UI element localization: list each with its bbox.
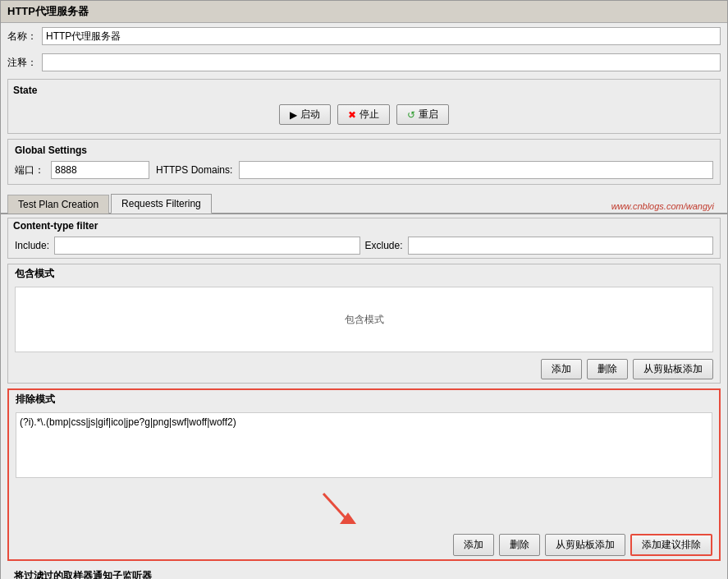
include-paste-button[interactable]: 从剪贴板添加	[633, 359, 713, 379]
exclude-content-text: (?i).*\.(bmp|css|js|gif|ico|jpe?g|png|sw…	[20, 416, 236, 428]
svg-line-0	[323, 494, 348, 521]
name-input[interactable]	[42, 27, 721, 45]
filter-row: Include: Exclude:	[8, 233, 720, 258]
global-settings-title: Global Settings	[15, 145, 713, 156]
include-input[interactable]	[54, 237, 359, 255]
tabs-row: Test Plan Creation Requests Filtering ww…	[1, 188, 727, 214]
main-panel: HTTP代理服务器 名称： 注释： State ▶ 启动 ✖ 停止 ↺ 重启	[0, 0, 728, 579]
panel-title: HTTP代理服务器	[1, 1, 727, 23]
comment-label: 注释：	[7, 56, 37, 70]
exclude-label: Exclude:	[365, 240, 403, 251]
exclude-delete-button[interactable]: 删除	[499, 534, 540, 556]
exclude-buttons: 添加 删除 从剪贴板添加 添加建议排除	[9, 531, 719, 559]
tab-requests-filtering[interactable]: Requests Filtering	[111, 194, 212, 214]
port-input[interactable]	[51, 161, 149, 179]
tab-content: Content-type filter Include: Exclude: 包含…	[1, 214, 727, 579]
state-section: State ▶ 启动 ✖ 停止 ↺ 重启	[7, 79, 721, 134]
exclude-pattern-title: 排除模式	[9, 390, 719, 409]
state-buttons: ▶ 启动 ✖ 停止 ↺ 重启	[13, 101, 715, 128]
include-pattern-title: 包含模式	[8, 264, 720, 283]
https-label: HTTPS Domains:	[156, 164, 232, 176]
stop-button[interactable]: ✖ 停止	[337, 104, 390, 125]
watermark: www.cnblogs.com/wangyi	[611, 201, 714, 211]
arrow-container	[9, 481, 719, 531]
comment-row: 注释：	[1, 49, 727, 76]
exclude-add-button[interactable]: 添加	[453, 534, 494, 556]
global-settings: Global Settings 端口： HTTPS Domains:	[7, 139, 721, 185]
notify-row: 将过滤过的取样器通知子监听器	[7, 566, 721, 579]
tab-test-plan[interactable]: Test Plan Creation	[7, 195, 109, 214]
content-type-filter-title: Content-type filter	[8, 218, 720, 233]
restart-label: 重启	[419, 108, 438, 122]
include-pattern-section: 包含模式 包含模式 添加 删除 从剪贴板添加	[7, 264, 721, 384]
comment-input[interactable]	[42, 53, 721, 71]
stop-label: 停止	[359, 108, 379, 122]
restart-button[interactable]: ↺ 重启	[396, 104, 449, 125]
exclude-input[interactable]	[408, 237, 713, 255]
include-buttons: 添加 删除 从剪贴板添加	[8, 356, 720, 383]
global-row: 端口： HTTPS Domains:	[15, 161, 713, 179]
start-label: 启动	[300, 108, 320, 122]
start-button[interactable]: ▶ 启动	[279, 104, 331, 125]
play-icon: ▶	[290, 109, 297, 121]
exclude-pattern-section: 排除模式 (?i).*\.(bmp|css|js|gif|ico|jpe?g|p…	[7, 388, 721, 561]
include-label: Include:	[15, 240, 49, 251]
restart-icon: ↺	[407, 109, 415, 121]
include-empty-text: 包含模式	[345, 313, 384, 327]
include-delete-button[interactable]: 删除	[587, 359, 628, 379]
state-title: State	[13, 85, 715, 96]
exclude-suggest-button[interactable]: 添加建议排除	[630, 534, 712, 556]
include-add-button[interactable]: 添加	[541, 359, 582, 379]
exclude-paste-button[interactable]: 从剪贴板添加	[545, 534, 625, 556]
port-label: 端口：	[15, 163, 44, 177]
name-row: 名称：	[1, 23, 727, 49]
name-label: 名称：	[7, 30, 37, 44]
exclude-pattern-table: (?i).*\.(bmp|css|js|gif|ico|jpe?g|png|sw…	[16, 412, 712, 478]
stop-icon: ✖	[348, 109, 356, 121]
red-arrow-icon	[299, 489, 381, 531]
include-pattern-table: 包含模式	[15, 287, 713, 352]
https-input[interactable]	[239, 161, 713, 179]
content-type-filter: Content-type filter Include: Exclude:	[7, 218, 721, 259]
